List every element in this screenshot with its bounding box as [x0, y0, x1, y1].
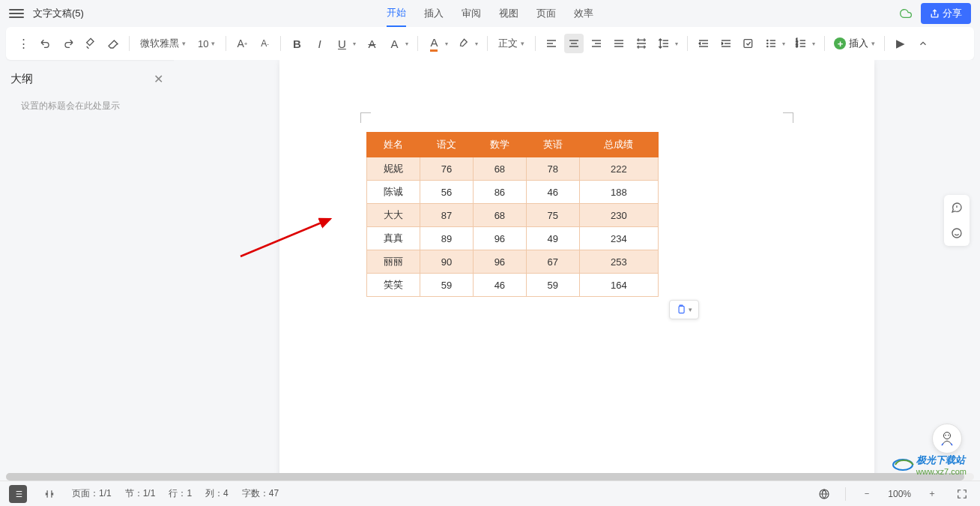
table-cell[interactable]: 96	[473, 227, 526, 250]
bullet-dropdown[interactable]: ▾	[782, 40, 788, 47]
italic-button[interactable]: I	[309, 34, 329, 53]
comment-icon[interactable]	[944, 195, 970, 220]
th-total[interactable]: 总成绩	[579, 133, 658, 157]
play-button[interactable]: ▶	[891, 34, 910, 53]
bold-button[interactable]: B	[287, 34, 306, 53]
decrease-indent-button[interactable]	[694, 34, 713, 53]
expand-toolbar-button[interactable]	[913, 34, 933, 53]
font-size-select[interactable]: 10▾	[193, 37, 220, 51]
table-cell[interactable]: 75	[526, 204, 579, 227]
th-chinese[interactable]: 语文	[420, 133, 473, 157]
eraser-button[interactable]	[103, 34, 123, 53]
table-cell[interactable]: 234	[579, 227, 658, 250]
sidebar-close-icon[interactable]: ✕	[154, 72, 163, 86]
paste-options-button[interactable]: ▾	[669, 300, 699, 319]
table-cell[interactable]: 陈诚	[367, 181, 420, 204]
outline-toggle-button[interactable]	[9, 485, 27, 503]
text-effects-button[interactable]: A	[384, 34, 404, 53]
table-cell[interactable]: 59	[420, 274, 473, 297]
zoom-level[interactable]: 100%	[888, 489, 911, 499]
table-cell[interactable]: 89	[420, 227, 473, 250]
tab-review[interactable]: 审阅	[462, 1, 481, 26]
language-button[interactable]	[815, 485, 833, 503]
table-cell[interactable]: 86	[473, 181, 526, 204]
zoom-in-button[interactable]: ＋	[923, 485, 941, 503]
table-cell[interactable]: 56	[420, 181, 473, 204]
status-page[interactable]: 页面：1/1	[72, 487, 112, 500]
strikethrough-button[interactable]: A	[362, 34, 381, 53]
table-cell[interactable]: 164	[579, 274, 658, 297]
table-cell[interactable]: 丽丽	[367, 250, 420, 274]
align-right-button[interactable]	[587, 34, 606, 53]
th-english[interactable]: 英语	[526, 133, 579, 157]
table-cell[interactable]: 90	[420, 250, 473, 274]
cloud-sync-icon[interactable]	[900, 7, 912, 19]
table-cell[interactable]: 49	[526, 227, 579, 250]
increase-font-button[interactable]: A+	[232, 34, 252, 53]
underline-dropdown[interactable]: ▾	[353, 40, 359, 47]
score-table[interactable]: 姓名 语文 数学 英语 总成绩 妮妮766878222陈诚568646188大大…	[366, 132, 659, 297]
decrease-font-button[interactable]: A-	[255, 34, 274, 53]
table-row[interactable]: 笑笑594659164	[367, 274, 659, 297]
table-cell[interactable]: 68	[473, 157, 526, 181]
checklist-button[interactable]	[739, 34, 758, 53]
line-spacing-button[interactable]	[654, 34, 674, 53]
page-width-button[interactable]	[40, 485, 58, 503]
horizontal-scrollbar[interactable]	[6, 473, 974, 481]
table-cell[interactable]: 59	[526, 274, 579, 297]
table-row[interactable]: 妮妮766878222	[367, 157, 659, 181]
zoom-out-button[interactable]: －	[858, 485, 876, 503]
table-cell[interactable]: 笑笑	[367, 274, 420, 297]
table-cell[interactable]: 46	[473, 274, 526, 297]
bullet-list-button[interactable]	[761, 34, 781, 53]
table-cell[interactable]: 222	[579, 157, 658, 181]
table-cell[interactable]: 妮妮	[367, 157, 420, 181]
insert-button[interactable]: +插入▾	[831, 37, 878, 50]
table-row[interactable]: 陈诚568646188	[367, 181, 659, 204]
tab-start[interactable]: 开始	[387, 0, 406, 27]
table-cell[interactable]: 253	[579, 250, 658, 274]
format-painter-button[interactable]	[81, 34, 100, 53]
status-words[interactable]: 字数：47	[242, 487, 279, 500]
text-effects-dropdown[interactable]: ▾	[405, 40, 411, 47]
numbered-list-button[interactable]: 123	[791, 34, 811, 53]
table-cell[interactable]: 46	[526, 181, 579, 204]
font-color-dropdown[interactable]: ▾	[445, 40, 451, 47]
table-row[interactable]: 大大876875230	[367, 204, 659, 227]
table-cell[interactable]: 96	[473, 250, 526, 274]
tab-insert[interactable]: 插入	[424, 1, 444, 26]
table-cell[interactable]: 大大	[367, 204, 420, 227]
highlight-button[interactable]	[454, 34, 474, 53]
highlight-dropdown[interactable]: ▾	[475, 40, 481, 47]
assistant-avatar[interactable]	[932, 424, 962, 454]
scrollbar-thumb[interactable]	[6, 473, 964, 481]
numbered-dropdown[interactable]: ▾	[812, 40, 818, 47]
font-family-select[interactable]: 微软雅黑▾	[136, 35, 190, 52]
th-name[interactable]: 姓名	[367, 133, 420, 157]
table-cell[interactable]: 78	[526, 157, 579, 181]
table-cell[interactable]: 188	[579, 181, 658, 204]
table-row[interactable]: 丽丽909667253	[367, 250, 659, 274]
tab-view[interactable]: 视图	[499, 1, 518, 26]
status-section[interactable]: 节：1/1	[125, 487, 156, 500]
table-cell[interactable]: 76	[420, 157, 473, 181]
align-justify-button[interactable]	[609, 34, 629, 53]
table-cell[interactable]: 真真	[367, 227, 420, 250]
font-color-button[interactable]: A	[424, 34, 444, 53]
toolbar-handle-icon[interactable]: ⋮	[13, 34, 33, 53]
underline-button[interactable]: U	[332, 34, 351, 53]
th-math[interactable]: 数学	[473, 133, 526, 157]
table-row[interactable]: 真真899649234	[367, 227, 659, 250]
tab-page[interactable]: 页面	[536, 1, 556, 26]
table-cell[interactable]: 67	[526, 250, 579, 274]
line-spacing-dropdown[interactable]: ▾	[675, 40, 681, 47]
emoji-icon[interactable]	[944, 220, 970, 246]
align-center-button[interactable]	[564, 34, 584, 53]
hamburger-menu[interactable]	[9, 6, 24, 21]
distribute-button[interactable]	[632, 34, 651, 53]
table-cell[interactable]: 68	[473, 204, 526, 227]
style-select[interactable]: 正文▾	[494, 35, 529, 52]
document-canvas[interactable]: 姓名 语文 数学 英语 总成绩 妮妮766878222陈诚568646188大大…	[174, 60, 980, 481]
tab-efficiency[interactable]: 效率	[574, 1, 593, 26]
increase-indent-button[interactable]	[716, 34, 736, 53]
